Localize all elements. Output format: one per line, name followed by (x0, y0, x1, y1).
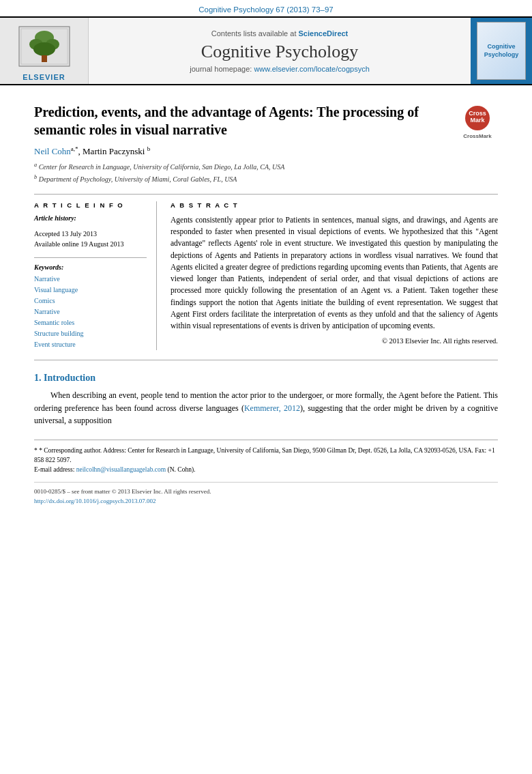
abstract-text: Agents consistently appear prior to Pati… (171, 214, 498, 332)
email-link[interactable]: neilcolhn@visuallanguagelab.com (76, 466, 166, 473)
email-prefix: E-mail address: (34, 466, 76, 473)
article-info-column: A R T I C L E I N F O Article history: A… (34, 201, 157, 350)
introduction-section: 1. Introduction When describing an event… (34, 373, 498, 427)
journal-citation: Cognitive Psychology 67 (2013) 73–97 (198, 5, 334, 14)
keyword-1: Visual language (34, 285, 147, 296)
homepage-prefix: journal homepage: (190, 65, 254, 73)
svg-text:Cross: Cross (469, 110, 486, 117)
history-item-0: Accepted 13 July 2013 (34, 229, 147, 239)
journal-cover-section: CognitivePsychology (471, 18, 532, 84)
page: Cognitive Psychology 67 (2013) 73–97 ELS… (0, 0, 532, 774)
authors-line: Neil Cohna,*, Martin Paczynski b (34, 145, 498, 157)
intro-paragraph: When describing an event, people tend to… (34, 389, 498, 427)
article-info-label: A R T I C L E I N F O (34, 201, 147, 209)
top-bar: Cognitive Psychology 67 (2013) 73–97 (0, 0, 532, 16)
journal-homepage: journal homepage: www.elsevier.com/locat… (190, 65, 370, 73)
cover-title: CognitivePsychology (484, 43, 519, 59)
section-divider-top (34, 194, 498, 195)
science-direct-line: Contents lists available at ScienceDirec… (211, 29, 349, 38)
science-direct-link[interactable]: ScienceDirect (299, 29, 349, 38)
email-suffix: (N. Cohn). (166, 466, 195, 473)
keyword-3: Narrative (34, 306, 147, 317)
kemmerer-link[interactable]: Kemmerer, 2012 (244, 403, 300, 413)
keyword-2: Comics (34, 296, 147, 306)
article-title-text: Prediction, events, and the advantage of… (34, 104, 419, 137)
crossmark-label: CrossMark (463, 133, 491, 140)
footnote-corresponding: * * Corresponding author. Address: Cente… (34, 446, 498, 465)
keyword-0: Narrative (34, 274, 147, 285)
journal-title: Cognitive Psychology (201, 42, 358, 62)
affiliations: a Center for Research in Language, Unive… (34, 161, 498, 184)
author-connector: , Martin Paczynski (78, 146, 145, 156)
keyword-5: Structure building (34, 328, 147, 339)
homepage-url[interactable]: www.elsevier.com/locate/cogpsych (254, 65, 369, 73)
affiliation-b: b Department of Psychology, University o… (34, 173, 498, 184)
elsevier-brand-text: ELSEVIER (23, 73, 65, 81)
keyword-6: Event structure (34, 339, 147, 350)
article-title: Prediction, events, and the advantage of… (34, 103, 498, 139)
article-info-abstract: A R T I C L E I N F O Article history: A… (34, 201, 498, 350)
crossmark-icon: Cross Mark (464, 104, 491, 132)
abstract-column: A B S T R A C T Agents consistently appe… (171, 201, 498, 350)
keywords-label: Keywords: (34, 263, 147, 271)
science-direct-prefix: Contents lists available at (211, 29, 299, 38)
title-section: Prediction, events, and the advantage of… (34, 103, 498, 139)
affil-a-text: Center for Research in Language, Univers… (39, 164, 285, 171)
affil-b-text: Department of Psychology, University of … (39, 175, 237, 183)
svg-rect-5 (42, 55, 47, 62)
affil-a-sup: a (34, 162, 37, 168)
author-neil-cohn: Neil Cohn (34, 146, 71, 156)
footer-section: 0010-0285/$ – see front matter © 2013 El… (34, 482, 498, 506)
affiliation-a: a Center for Research in Language, Unive… (34, 161, 498, 172)
intro-heading: 1. Introduction (34, 373, 498, 384)
svg-point-4 (33, 42, 55, 56)
section-divider-mid (34, 360, 498, 360)
footer-issn: 0010-0285/$ – see front matter © 2013 El… (34, 487, 498, 496)
footnote-email-line: E-mail address: neilcolhn@visuallanguage… (34, 465, 498, 474)
keywords-section: Keywords: Narrative Visual language Comi… (34, 257, 147, 350)
journal-header: ELSEVIER Contents lists available at Sci… (0, 16, 532, 85)
copyright: © 2013 Elsevier Inc. All rights reserved… (171, 337, 498, 345)
article-content: Prediction, events, and the advantage of… (0, 85, 532, 519)
affil-b-sup: b (34, 174, 37, 180)
footnotes-section: * * Corresponding author. Address: Cente… (34, 440, 498, 475)
elsevier-tree-icon (18, 25, 71, 72)
journal-cover-image: CognitivePsychology (477, 22, 526, 80)
footer-doi: http://dx.doi.org/10.1016/j.cogpsych.201… (34, 496, 498, 506)
abstract-label: A B S T R A C T (171, 201, 498, 209)
journal-info-center: Contents lists available at ScienceDirec… (89, 18, 471, 84)
footnote-address: * Corresponding author. Address: Center … (34, 447, 495, 463)
article-history-label: Article history: (34, 214, 147, 222)
elsevier-logo-section: ELSEVIER (0, 18, 89, 84)
author-a-sup: a,* (71, 145, 78, 152)
history-label-text: Article history: (34, 214, 76, 222)
crossmark-badge: Cross Mark CrossMark (457, 104, 498, 140)
keyword-4: Semantic roles (34, 317, 147, 328)
history-item-1: Available online 19 August 2013 (34, 239, 147, 249)
svg-text:Mark: Mark (470, 117, 485, 124)
doi-link[interactable]: http://dx.doi.org/10.1016/j.cogpsych.201… (34, 498, 156, 504)
author-b-sup: b (147, 145, 151, 152)
